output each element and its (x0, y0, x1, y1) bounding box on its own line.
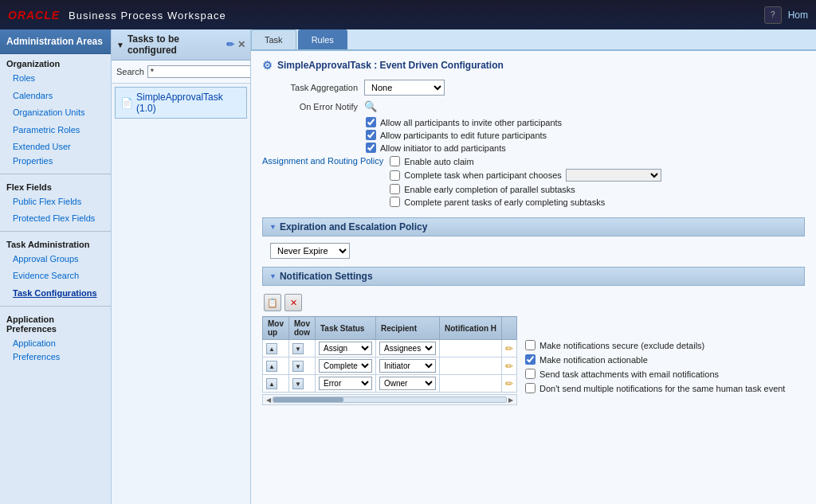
notif-opt-secure-input[interactable] (525, 340, 536, 350)
task-aggregation-select[interactable]: None Once per day Once per hour (364, 80, 445, 96)
checkbox-invite-label: Allow all participants to invite other p… (380, 118, 562, 127)
checkbox-invite-participants: Allow all participants to invite other p… (366, 117, 805, 127)
notif-delete-button[interactable]: ✕ (284, 294, 302, 311)
notification-table: Movup Movdow Task Status Recipient Notif… (262, 316, 517, 393)
expiry-select[interactable]: Never Expire After duration (270, 243, 350, 259)
sidebar-item-parametric-roles[interactable]: Parametric Roles (0, 122, 111, 139)
notif-opt-secure-label: Make notifications secure (exclude detai… (539, 341, 704, 350)
sidebar-section-organization: Organization (0, 54, 111, 70)
scroll-left-arrow[interactable]: ◀ (265, 397, 273, 404)
col-recipient: Recipient (376, 317, 440, 340)
sidebar-item-roles[interactable]: Roles (0, 70, 111, 88)
error-recipient-select[interactable]: Owner Assignees Initiator (379, 377, 436, 390)
checkbox-complete-parent: Complete parent tasks of early completin… (390, 197, 661, 207)
col-task-status: Task Status (316, 317, 376, 340)
complete-status-select[interactable]: Complete Assign Error (319, 359, 372, 373)
checkbox-early-completion-input[interactable] (390, 184, 400, 194)
sidebar-item-task-configs[interactable]: Task Configurations (0, 285, 111, 303)
checkbox-edit-future: Allow participants to edit future partic… (366, 130, 805, 140)
notif-row-error-handle (440, 375, 502, 393)
sidebar-item-approval-groups[interactable]: Approval Groups (0, 251, 111, 268)
sidebar-item-evidence-search[interactable]: Evidence Search (0, 268, 111, 285)
scrollbar-track (273, 397, 507, 403)
notif-opt-attachments: Send task attachments with email notific… (525, 369, 785, 379)
sidebar-item-public-flex[interactable]: Public Flex Fields (0, 193, 111, 211)
edit-header-icon[interactable]: ✏ (226, 39, 234, 50)
notif-row-complete-handle (440, 357, 502, 375)
notif-row-complete-edit: ✏ (502, 357, 517, 375)
task-list-item[interactable]: 📄 SimpleApprovalTask (1.0) (115, 87, 247, 119)
sidebar-item-app-preferences[interactable]: Application Preferences (0, 335, 111, 366)
sidebar-item-calendars[interactable]: Calendars (0, 88, 111, 105)
checkbox-invite-input[interactable] (366, 117, 376, 127)
sidebar-item-protected-flex[interactable]: Protected Flex Fields (0, 210, 111, 228)
notif-row-error-edit: ✏ (502, 375, 517, 393)
middle-panel: ▼ Tasks to be configured ✏ ✕ Search 🔍 📄 … (112, 29, 251, 504)
assign-edit-icon[interactable]: ✏ (505, 343, 513, 354)
col-move-up: Movup (263, 317, 289, 340)
sidebar-header: Administration Areas (0, 29, 111, 54)
sidebar-section-app-prefs: Application Preferences (0, 310, 111, 335)
checkbox-allow-initiator-input[interactable] (366, 143, 376, 153)
checkbox-auto-claim-label: Enable auto claim (404, 157, 473, 166)
checkbox-complete-task-input[interactable] (390, 170, 400, 181)
assign-status-select[interactable]: Assign Complete Error (319, 342, 372, 355)
search-input[interactable] (147, 65, 251, 78)
on-error-notify-search-icon[interactable]: 🔍 (364, 100, 377, 112)
checkbox-complete-parent-input[interactable] (390, 197, 400, 207)
assign-up-arrow[interactable]: ▲ (266, 343, 277, 354)
tab-task[interactable]: Task (251, 29, 296, 49)
error-edit-icon[interactable]: ✏ (505, 378, 513, 389)
help-icon[interactable]: ? (764, 6, 782, 24)
col-edit (502, 317, 517, 340)
assignment-routing-checkboxes: Enable auto claim Complete task when par… (390, 156, 661, 209)
complete-edit-icon[interactable]: ✏ (505, 361, 513, 372)
sidebar-section-task-admin: Task Administration (0, 235, 111, 251)
notif-row-complete-up: ▲ (263, 357, 289, 375)
complete-task-select[interactable] (566, 169, 661, 182)
notif-add-button[interactable]: 📋 (264, 294, 281, 311)
notif-opt-attachments-input[interactable] (525, 369, 536, 379)
notif-opt-no-multiple-label: Don't send multiple notifications for th… (539, 384, 785, 393)
sidebar-divider-1 (0, 174, 111, 174)
complete-down-arrow[interactable]: ▼ (292, 361, 304, 372)
checkbox-auto-claim: Enable auto claim (390, 156, 661, 166)
assign-down-arrow[interactable]: ▼ (292, 343, 304, 354)
scroll-right-arrow[interactable]: ▶ (507, 397, 515, 404)
notification-options: Make notifications secure (exclude detai… (525, 340, 785, 405)
complete-up-arrow[interactable]: ▲ (266, 361, 277, 372)
sidebar-divider-3 (0, 306, 111, 307)
checkbox-complete-task-label: Complete task when participant chooses (404, 170, 562, 180)
notif-opt-actionable-input[interactable] (525, 354, 536, 365)
config-title-text: SimpleApprovalTask : Event Driven Config… (277, 60, 504, 71)
policy-checkboxes-top: Allow all participants to invite other p… (366, 117, 805, 153)
sidebar-item-extended-user-props[interactable]: Extended User Properties (0, 139, 111, 170)
col-move-down: Movdow (289, 317, 316, 340)
error-down-arrow[interactable]: ▼ (292, 378, 304, 389)
error-status-select[interactable]: Error Assign Complete (319, 377, 372, 390)
assign-recipient-select[interactable]: Assignees Initiator Owner (379, 342, 436, 355)
app-header: ORACLE Business Process Workspace ? Hom (0, 0, 816, 29)
home-link[interactable]: Hom (788, 10, 808, 21)
logo-area: ORACLE Business Process Workspace (8, 9, 226, 21)
expiration-collapse-icon[interactable]: ▼ (269, 223, 277, 231)
checkbox-auto-claim-input[interactable] (390, 156, 400, 166)
close-panel-icon[interactable]: ✕ (237, 39, 245, 50)
checkbox-edit-future-input[interactable] (366, 130, 376, 140)
tab-rules[interactable]: Rules (298, 29, 347, 49)
config-icon: ⚙ (262, 59, 273, 72)
notif-opt-no-multiple-input[interactable] (525, 383, 536, 393)
error-up-arrow[interactable]: ▲ (266, 378, 277, 389)
horizontal-scrollbar[interactable]: ◀ ▶ (262, 394, 517, 405)
notif-row-complete-status: Complete Assign Error (316, 357, 376, 375)
expiry-row: Never Expire After duration (270, 243, 805, 259)
notification-toolbar: 📋 ✕ (262, 292, 805, 313)
notif-row-assign-status: Assign Complete Error (316, 340, 376, 357)
notification-collapse-icon[interactable]: ▼ (269, 272, 277, 280)
sidebar-item-org-units[interactable]: Organization Units (0, 104, 111, 122)
collapse-icon[interactable]: ▼ (116, 41, 124, 49)
checkbox-edit-future-label: Allow participants to edit future partic… (380, 131, 547, 140)
notif-row-complete: ▲ ▼ Complete Assign Error (263, 357, 517, 375)
complete-recipient-select[interactable]: Initiator Assignees Owner (379, 359, 436, 373)
notif-opt-no-multiple: Don't send multiple notifications for th… (525, 383, 785, 393)
